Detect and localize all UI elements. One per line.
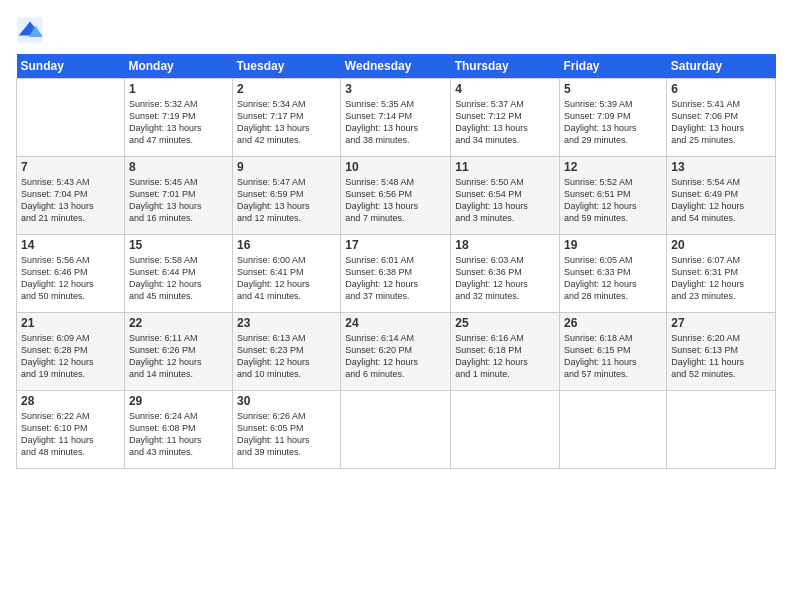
calendar-cell: 3Sunrise: 5:35 AM Sunset: 7:14 PM Daylig…	[341, 79, 451, 157]
day-info: Sunrise: 6:05 AM Sunset: 6:33 PM Dayligh…	[564, 254, 662, 303]
day-info: Sunrise: 6:00 AM Sunset: 6:41 PM Dayligh…	[237, 254, 336, 303]
day-info: Sunrise: 6:11 AM Sunset: 6:26 PM Dayligh…	[129, 332, 228, 381]
calendar-cell: 26Sunrise: 6:18 AM Sunset: 6:15 PM Dayli…	[560, 313, 667, 391]
calendar-cell: 25Sunrise: 6:16 AM Sunset: 6:18 PM Dayli…	[451, 313, 560, 391]
day-number: 29	[129, 394, 228, 408]
day-info: Sunrise: 5:47 AM Sunset: 6:59 PM Dayligh…	[237, 176, 336, 225]
day-number: 19	[564, 238, 662, 252]
day-info: Sunrise: 6:24 AM Sunset: 6:08 PM Dayligh…	[129, 410, 228, 459]
day-number: 30	[237, 394, 336, 408]
calendar-cell: 30Sunrise: 6:26 AM Sunset: 6:05 PM Dayli…	[233, 391, 341, 469]
day-info: Sunrise: 6:16 AM Sunset: 6:18 PM Dayligh…	[455, 332, 555, 381]
day-number: 20	[671, 238, 771, 252]
day-info: Sunrise: 5:50 AM Sunset: 6:54 PM Dayligh…	[455, 176, 555, 225]
calendar-cell: 5Sunrise: 5:39 AM Sunset: 7:09 PM Daylig…	[560, 79, 667, 157]
day-number: 11	[455, 160, 555, 174]
day-info: Sunrise: 6:13 AM Sunset: 6:23 PM Dayligh…	[237, 332, 336, 381]
calendar-cell: 12Sunrise: 5:52 AM Sunset: 6:51 PM Dayli…	[560, 157, 667, 235]
day-info: Sunrise: 6:18 AM Sunset: 6:15 PM Dayligh…	[564, 332, 662, 381]
calendar-header-tuesday: Tuesday	[233, 54, 341, 79]
calendar-cell: 10Sunrise: 5:48 AM Sunset: 6:56 PM Dayli…	[341, 157, 451, 235]
calendar-cell: 6Sunrise: 5:41 AM Sunset: 7:06 PM Daylig…	[667, 79, 776, 157]
day-number: 9	[237, 160, 336, 174]
calendar-cell: 1Sunrise: 5:32 AM Sunset: 7:19 PM Daylig…	[124, 79, 232, 157]
calendar-header-row: SundayMondayTuesdayWednesdayThursdayFrid…	[17, 54, 776, 79]
day-info: Sunrise: 5:41 AM Sunset: 7:06 PM Dayligh…	[671, 98, 771, 147]
day-number: 16	[237, 238, 336, 252]
day-info: Sunrise: 6:26 AM Sunset: 6:05 PM Dayligh…	[237, 410, 336, 459]
day-number: 13	[671, 160, 771, 174]
calendar-week-row-3: 14Sunrise: 5:56 AM Sunset: 6:46 PM Dayli…	[17, 235, 776, 313]
day-info: Sunrise: 5:32 AM Sunset: 7:19 PM Dayligh…	[129, 98, 228, 147]
calendar-cell: 9Sunrise: 5:47 AM Sunset: 6:59 PM Daylig…	[233, 157, 341, 235]
day-number: 28	[21, 394, 120, 408]
day-info: Sunrise: 5:52 AM Sunset: 6:51 PM Dayligh…	[564, 176, 662, 225]
day-info: Sunrise: 5:37 AM Sunset: 7:12 PM Dayligh…	[455, 98, 555, 147]
day-info: Sunrise: 6:09 AM Sunset: 6:28 PM Dayligh…	[21, 332, 120, 381]
day-info: Sunrise: 5:48 AM Sunset: 6:56 PM Dayligh…	[345, 176, 446, 225]
calendar-cell: 27Sunrise: 6:20 AM Sunset: 6:13 PM Dayli…	[667, 313, 776, 391]
calendar-cell: 13Sunrise: 5:54 AM Sunset: 6:49 PM Dayli…	[667, 157, 776, 235]
calendar-cell: 23Sunrise: 6:13 AM Sunset: 6:23 PM Dayli…	[233, 313, 341, 391]
day-info: Sunrise: 6:07 AM Sunset: 6:31 PM Dayligh…	[671, 254, 771, 303]
calendar-header-wednesday: Wednesday	[341, 54, 451, 79]
day-number: 25	[455, 316, 555, 330]
logo	[16, 16, 48, 44]
logo-icon	[16, 16, 44, 44]
day-number: 7	[21, 160, 120, 174]
calendar-cell: 21Sunrise: 6:09 AM Sunset: 6:28 PM Dayli…	[17, 313, 125, 391]
page-header	[16, 16, 776, 44]
day-number: 1	[129, 82, 228, 96]
day-number: 3	[345, 82, 446, 96]
day-number: 2	[237, 82, 336, 96]
day-info: Sunrise: 6:03 AM Sunset: 6:36 PM Dayligh…	[455, 254, 555, 303]
calendar-cell: 2Sunrise: 5:34 AM Sunset: 7:17 PM Daylig…	[233, 79, 341, 157]
calendar-cell: 19Sunrise: 6:05 AM Sunset: 6:33 PM Dayli…	[560, 235, 667, 313]
day-info: Sunrise: 5:34 AM Sunset: 7:17 PM Dayligh…	[237, 98, 336, 147]
calendar-header-saturday: Saturday	[667, 54, 776, 79]
calendar-table: SundayMondayTuesdayWednesdayThursdayFrid…	[16, 54, 776, 469]
day-number: 17	[345, 238, 446, 252]
calendar-cell: 11Sunrise: 5:50 AM Sunset: 6:54 PM Dayli…	[451, 157, 560, 235]
calendar-week-row-5: 28Sunrise: 6:22 AM Sunset: 6:10 PM Dayli…	[17, 391, 776, 469]
calendar-cell: 15Sunrise: 5:58 AM Sunset: 6:44 PM Dayli…	[124, 235, 232, 313]
day-number: 26	[564, 316, 662, 330]
calendar-cell: 28Sunrise: 6:22 AM Sunset: 6:10 PM Dayli…	[17, 391, 125, 469]
calendar-header-sunday: Sunday	[17, 54, 125, 79]
calendar-cell: 18Sunrise: 6:03 AM Sunset: 6:36 PM Dayli…	[451, 235, 560, 313]
day-number: 6	[671, 82, 771, 96]
day-info: Sunrise: 6:14 AM Sunset: 6:20 PM Dayligh…	[345, 332, 446, 381]
calendar-cell	[451, 391, 560, 469]
calendar-cell: 7Sunrise: 5:43 AM Sunset: 7:04 PM Daylig…	[17, 157, 125, 235]
day-info: Sunrise: 5:58 AM Sunset: 6:44 PM Dayligh…	[129, 254, 228, 303]
calendar-cell: 14Sunrise: 5:56 AM Sunset: 6:46 PM Dayli…	[17, 235, 125, 313]
day-info: Sunrise: 6:22 AM Sunset: 6:10 PM Dayligh…	[21, 410, 120, 459]
day-info: Sunrise: 5:56 AM Sunset: 6:46 PM Dayligh…	[21, 254, 120, 303]
day-info: Sunrise: 6:01 AM Sunset: 6:38 PM Dayligh…	[345, 254, 446, 303]
day-info: Sunrise: 5:43 AM Sunset: 7:04 PM Dayligh…	[21, 176, 120, 225]
calendar-cell: 29Sunrise: 6:24 AM Sunset: 6:08 PM Dayli…	[124, 391, 232, 469]
day-info: Sunrise: 5:35 AM Sunset: 7:14 PM Dayligh…	[345, 98, 446, 147]
calendar-cell	[341, 391, 451, 469]
day-number: 12	[564, 160, 662, 174]
calendar-cell: 4Sunrise: 5:37 AM Sunset: 7:12 PM Daylig…	[451, 79, 560, 157]
calendar-cell: 16Sunrise: 6:00 AM Sunset: 6:41 PM Dayli…	[233, 235, 341, 313]
day-number: 4	[455, 82, 555, 96]
day-number: 24	[345, 316, 446, 330]
day-number: 21	[21, 316, 120, 330]
day-number: 18	[455, 238, 555, 252]
day-number: 10	[345, 160, 446, 174]
day-info: Sunrise: 5:54 AM Sunset: 6:49 PM Dayligh…	[671, 176, 771, 225]
calendar-cell: 20Sunrise: 6:07 AM Sunset: 6:31 PM Dayli…	[667, 235, 776, 313]
day-number: 23	[237, 316, 336, 330]
day-info: Sunrise: 6:20 AM Sunset: 6:13 PM Dayligh…	[671, 332, 771, 381]
calendar-cell	[17, 79, 125, 157]
day-number: 14	[21, 238, 120, 252]
day-info: Sunrise: 5:45 AM Sunset: 7:01 PM Dayligh…	[129, 176, 228, 225]
day-number: 22	[129, 316, 228, 330]
calendar-header-friday: Friday	[560, 54, 667, 79]
day-number: 15	[129, 238, 228, 252]
calendar-cell: 8Sunrise: 5:45 AM Sunset: 7:01 PM Daylig…	[124, 157, 232, 235]
calendar-cell	[560, 391, 667, 469]
calendar-week-row-1: 1Sunrise: 5:32 AM Sunset: 7:19 PM Daylig…	[17, 79, 776, 157]
